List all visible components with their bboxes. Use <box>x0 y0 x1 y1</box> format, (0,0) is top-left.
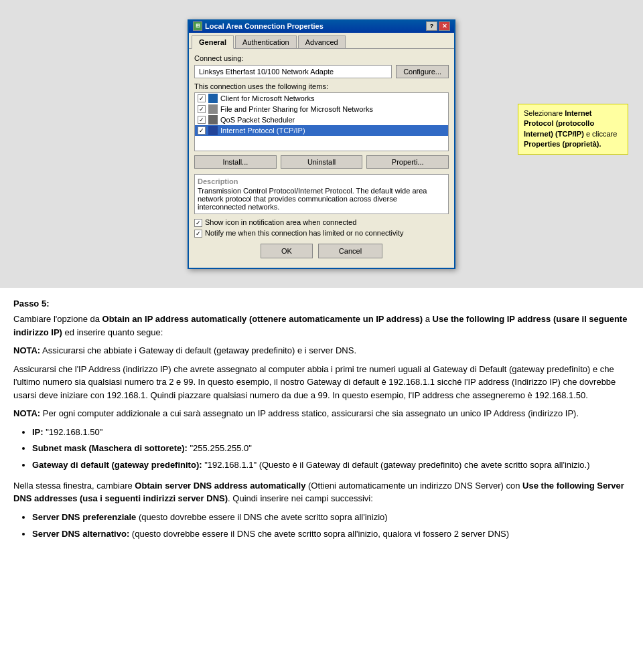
install-uninstall-row: Install... Uninstall Properti... <box>194 155 449 169</box>
list-item-label-2: File and Printer Sharing for Microsoft N… <box>220 105 373 113</box>
dialog-icon: ⊞ <box>193 21 202 31</box>
install-button[interactable]: Install... <box>194 155 277 169</box>
list-item-label-3: QoS Packet Scheduler <box>220 116 295 124</box>
description-box: Description Transmission Control Protoco… <box>194 174 449 214</box>
show-icon-checkbox[interactable] <box>194 219 202 227</box>
icon-1 <box>208 94 218 103</box>
ok-cancel-row: OK Cancel <box>194 240 449 262</box>
bullet-2-1: Server DNS preferenziale (questo dovrebb… <box>32 511 630 525</box>
ok-button[interactable]: OK <box>261 244 313 258</box>
uninstall-button[interactable]: Uninstall <box>281 155 363 169</box>
adapter-name: Linksys Etherfast 10/100 Network Adapte <box>194 65 392 78</box>
list-item-label-4: Internet Protocol (TCP/IP) <box>220 127 305 135</box>
win-titlebar: ⊞ Local Area Connection Properties ? ✕ <box>189 19 454 33</box>
screenshot-area: ⊞ Local Area Connection Properties ? ✕ G… <box>0 0 643 288</box>
list-item-label-1: Client for Microsoft Networks <box>220 94 315 102</box>
bullets-1: IP: "192.168.1.50" Subnet mask (Maschera… <box>32 426 630 473</box>
configure-button[interactable]: Configure... <box>396 65 449 78</box>
description-title: Description <box>198 177 445 185</box>
notify-label: Notify me when this connection has limit… <box>205 229 404 237</box>
connect-using-label: Connect using: <box>194 54 449 62</box>
dialog-tabs: General Authentication Advanced <box>189 33 454 49</box>
checkbox-row-2: Notify me when this connection has limit… <box>194 229 449 238</box>
help-button[interactable]: ? <box>426 21 437 31</box>
tab-general[interactable]: General <box>192 35 234 49</box>
win-dialog: ⊞ Local Area Connection Properties ? ✕ G… <box>188 19 455 269</box>
close-button[interactable]: ✕ <box>439 21 450 31</box>
paragraph-2: Assicurarsi che l'IP Address (indirizzo … <box>13 363 630 402</box>
cancel-button[interactable]: Cancel <box>318 244 382 258</box>
list-item-4[interactable]: Internet Protocol (TCP/IP) <box>195 125 448 136</box>
bullets-2: Server DNS preferenziale (questo dovrebb… <box>32 511 630 541</box>
list-item-2[interactable]: File and Printer Sharing for Microsoft N… <box>195 104 448 114</box>
annotation-tooltip: Selezionare Internet Protocol (protocoll… <box>518 104 628 155</box>
step-label: Passo 5: <box>13 299 630 309</box>
checkbox-row-1: Show icon in notification area when conn… <box>194 218 449 227</box>
items-listbox: Client for Microsoft Networks File and P… <box>194 92 449 151</box>
checkbox-2[interactable] <box>198 105 206 113</box>
checkbox-1[interactable] <box>198 94 206 102</box>
paragraph-3: Nella stessa finestra, cambiare Obtain s… <box>13 479 630 505</box>
main-content: Passo 5: Cambiare l'opzione da Obtain an… <box>0 288 643 558</box>
description-text: Transmission Control Protocol/Internet P… <box>198 187 445 211</box>
tab-authentication[interactable]: Authentication <box>235 35 297 48</box>
nota-1: NOTA: Assicurarsi che abbiate i Gateway … <box>13 344 630 357</box>
icon-4 <box>208 126 218 135</box>
adapter-row: Linksys Etherfast 10/100 Network Adapte … <box>194 65 449 78</box>
annotation-text: Selezionare Internet Protocol (protocoll… <box>524 109 617 148</box>
dialog-body: Connect using: Linksys Etherfast 10/100 … <box>189 49 454 268</box>
titlebar-buttons: ? ✕ <box>426 21 450 31</box>
paragraph-1: Cambiare l'opzione da Obtain an IP addre… <box>13 313 630 339</box>
notify-checkbox[interactable] <box>194 230 202 238</box>
properties-button[interactable]: Properti... <box>366 155 449 169</box>
titlebar-left: ⊞ Local Area Connection Properties <box>193 21 324 31</box>
nota-2: NOTA: Per ogni computer addizionale a cu… <box>13 407 630 420</box>
bullet-1-3: Gateway di default (gateway predefinito)… <box>32 458 630 473</box>
bullet-2-2: Server DNS alternativo: (questo dovrebbe… <box>32 527 630 541</box>
list-item-1[interactable]: Client for Microsoft Networks <box>195 93 448 104</box>
bullet-1-2: Subnet mask (Maschera di sottorete): "25… <box>32 442 630 456</box>
tab-advanced[interactable]: Advanced <box>298 35 346 48</box>
icon-3 <box>208 115 218 124</box>
list-item-3[interactable]: QoS Packet Scheduler <box>195 114 448 125</box>
checkbox-3[interactable] <box>198 116 206 124</box>
show-icon-label: Show icon in notification area when conn… <box>205 218 356 226</box>
dialog-title: Local Area Connection Properties <box>205 22 324 30</box>
icon-2 <box>208 104 218 114</box>
items-label: This connection uses the following items… <box>194 82 449 90</box>
checkbox-4[interactable] <box>198 127 206 135</box>
bullet-1-1: IP: "192.168.1.50" <box>32 426 630 440</box>
